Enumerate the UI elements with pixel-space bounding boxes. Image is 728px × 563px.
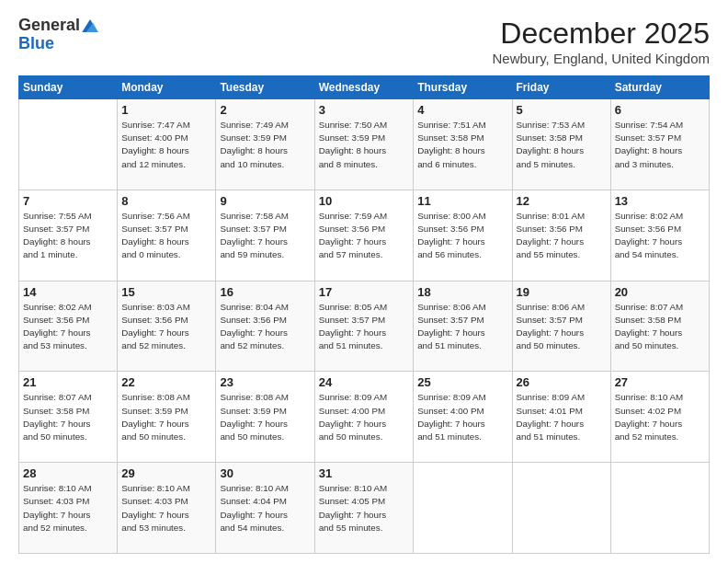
day-number: 26 xyxy=(517,375,607,389)
calendar-cell: 20Sunrise: 8:07 AMSunset: 3:58 PMDayligh… xyxy=(610,281,709,372)
calendar-cell: 31Sunrise: 8:10 AMSunset: 4:05 PMDayligh… xyxy=(314,463,414,554)
calendar-cell: 10Sunrise: 7:59 AMSunset: 3:56 PMDayligh… xyxy=(314,190,414,281)
month-year: December 2025 xyxy=(492,17,710,51)
day-number: 28 xyxy=(23,466,113,480)
location: Newbury, England, United Kingdom xyxy=(492,51,710,66)
weekday-header: Friday xyxy=(512,76,610,99)
day-number: 31 xyxy=(319,466,410,480)
day-info: Sunrise: 7:55 AMSunset: 3:57 PMDaylight:… xyxy=(23,210,113,262)
day-info: Sunrise: 7:49 AMSunset: 3:59 PMDaylight:… xyxy=(220,119,310,171)
day-number: 27 xyxy=(615,375,705,389)
calendar-cell xyxy=(610,463,709,554)
day-number: 17 xyxy=(319,285,410,299)
logo-icon xyxy=(82,19,98,32)
calendar-cell: 27Sunrise: 8:10 AMSunset: 4:02 PMDayligh… xyxy=(610,372,709,463)
title-block: December 2025 Newbury, England, United K… xyxy=(492,17,710,66)
day-number: 25 xyxy=(417,375,507,389)
day-number: 2 xyxy=(220,103,310,117)
logo: General Blue xyxy=(18,17,98,53)
day-number: 20 xyxy=(615,285,705,299)
day-number: 8 xyxy=(121,194,211,208)
calendar-cell: 22Sunrise: 8:08 AMSunset: 3:59 PMDayligh… xyxy=(118,372,216,463)
day-info: Sunrise: 7:51 AMSunset: 3:58 PMDaylight:… xyxy=(417,119,507,171)
day-info: Sunrise: 8:09 AMSunset: 4:00 PMDaylight:… xyxy=(417,391,507,443)
day-info: Sunrise: 7:47 AMSunset: 4:00 PMDaylight:… xyxy=(121,119,211,171)
calendar-cell xyxy=(512,463,610,554)
weekday-header: Thursday xyxy=(414,76,512,99)
day-number: 18 xyxy=(417,285,507,299)
day-number: 5 xyxy=(517,103,607,117)
day-number: 10 xyxy=(319,194,410,208)
day-number: 12 xyxy=(517,194,607,208)
calendar-cell: 24Sunrise: 8:09 AMSunset: 4:00 PMDayligh… xyxy=(314,372,414,463)
calendar-cell: 15Sunrise: 8:03 AMSunset: 3:56 PMDayligh… xyxy=(118,281,216,372)
day-info: Sunrise: 7:58 AMSunset: 3:57 PMDaylight:… xyxy=(220,210,310,262)
day-info: Sunrise: 8:10 AMSunset: 4:04 PMDaylight:… xyxy=(220,482,310,534)
calendar-cell: 29Sunrise: 8:10 AMSunset: 4:03 PMDayligh… xyxy=(118,463,216,554)
weekday-header: Sunday xyxy=(19,76,118,99)
day-number: 16 xyxy=(220,285,310,299)
day-info: Sunrise: 7:53 AMSunset: 3:58 PMDaylight:… xyxy=(517,119,607,171)
day-number: 23 xyxy=(220,375,310,389)
header: General Blue December 2025 Newbury, Engl… xyxy=(18,17,710,66)
calendar-cell: 23Sunrise: 8:08 AMSunset: 3:59 PMDayligh… xyxy=(216,372,314,463)
day-info: Sunrise: 8:09 AMSunset: 4:00 PMDaylight:… xyxy=(319,391,410,443)
day-info: Sunrise: 7:56 AMSunset: 3:57 PMDaylight:… xyxy=(121,210,211,262)
day-number: 11 xyxy=(417,194,507,208)
calendar-cell xyxy=(19,99,118,190)
calendar-cell: 26Sunrise: 8:09 AMSunset: 4:01 PMDayligh… xyxy=(512,372,610,463)
day-number: 14 xyxy=(23,285,113,299)
calendar-week-row: 21Sunrise: 8:07 AMSunset: 3:58 PMDayligh… xyxy=(19,372,710,463)
calendar-cell: 28Sunrise: 8:10 AMSunset: 4:03 PMDayligh… xyxy=(19,463,118,554)
day-info: Sunrise: 8:02 AMSunset: 3:56 PMDaylight:… xyxy=(23,301,113,353)
day-number: 24 xyxy=(319,375,410,389)
calendar-table: SundayMondayTuesdayWednesdayThursdayFrid… xyxy=(18,75,710,554)
day-info: Sunrise: 8:03 AMSunset: 3:56 PMDaylight:… xyxy=(121,301,211,353)
calendar-cell: 30Sunrise: 8:10 AMSunset: 4:04 PMDayligh… xyxy=(216,463,314,554)
day-info: Sunrise: 8:07 AMSunset: 3:58 PMDaylight:… xyxy=(23,391,113,443)
day-number: 4 xyxy=(417,103,507,117)
calendar-cell: 4Sunrise: 7:51 AMSunset: 3:58 PMDaylight… xyxy=(414,99,512,190)
day-number: 29 xyxy=(121,466,211,480)
calendar-header-row: SundayMondayTuesdayWednesdayThursdayFrid… xyxy=(19,76,710,99)
day-info: Sunrise: 7:50 AMSunset: 3:59 PMDaylight:… xyxy=(319,119,410,171)
calendar-cell: 8Sunrise: 7:56 AMSunset: 3:57 PMDaylight… xyxy=(118,190,216,281)
day-info: Sunrise: 8:07 AMSunset: 3:58 PMDaylight:… xyxy=(615,301,705,353)
weekday-header: Monday xyxy=(118,76,216,99)
day-info: Sunrise: 7:59 AMSunset: 3:56 PMDaylight:… xyxy=(319,210,410,262)
calendar-cell: 9Sunrise: 7:58 AMSunset: 3:57 PMDaylight… xyxy=(216,190,314,281)
day-info: Sunrise: 8:00 AMSunset: 3:56 PMDaylight:… xyxy=(417,210,507,262)
day-number: 15 xyxy=(121,285,211,299)
day-info: Sunrise: 8:09 AMSunset: 4:01 PMDaylight:… xyxy=(517,391,607,443)
day-number: 21 xyxy=(23,375,113,389)
calendar-cell: 14Sunrise: 8:02 AMSunset: 3:56 PMDayligh… xyxy=(19,281,118,372)
calendar-cell: 6Sunrise: 7:54 AMSunset: 3:57 PMDaylight… xyxy=(610,99,709,190)
calendar-cell: 18Sunrise: 8:06 AMSunset: 3:57 PMDayligh… xyxy=(414,281,512,372)
day-number: 3 xyxy=(319,103,410,117)
calendar-cell: 11Sunrise: 8:00 AMSunset: 3:56 PMDayligh… xyxy=(414,190,512,281)
calendar-cell: 16Sunrise: 8:04 AMSunset: 3:56 PMDayligh… xyxy=(216,281,314,372)
calendar-cell: 17Sunrise: 8:05 AMSunset: 3:57 PMDayligh… xyxy=(314,281,414,372)
day-info: Sunrise: 8:05 AMSunset: 3:57 PMDaylight:… xyxy=(319,301,410,353)
day-info: Sunrise: 8:10 AMSunset: 4:05 PMDaylight:… xyxy=(319,482,410,534)
day-number: 7 xyxy=(23,194,113,208)
calendar-cell: 7Sunrise: 7:55 AMSunset: 3:57 PMDaylight… xyxy=(19,190,118,281)
day-info: Sunrise: 8:06 AMSunset: 3:57 PMDaylight:… xyxy=(517,301,607,353)
day-info: Sunrise: 8:06 AMSunset: 3:57 PMDaylight:… xyxy=(417,301,507,353)
day-info: Sunrise: 8:08 AMSunset: 3:59 PMDaylight:… xyxy=(121,391,211,443)
calendar-week-row: 1Sunrise: 7:47 AMSunset: 4:00 PMDaylight… xyxy=(19,99,710,190)
calendar-week-row: 7Sunrise: 7:55 AMSunset: 3:57 PMDaylight… xyxy=(19,190,710,281)
weekday-header: Saturday xyxy=(610,76,709,99)
day-info: Sunrise: 8:02 AMSunset: 3:56 PMDaylight:… xyxy=(615,210,705,262)
calendar-cell: 3Sunrise: 7:50 AMSunset: 3:59 PMDaylight… xyxy=(314,99,414,190)
day-number: 30 xyxy=(220,466,310,480)
calendar-cell: 21Sunrise: 8:07 AMSunset: 3:58 PMDayligh… xyxy=(19,372,118,463)
weekday-header: Wednesday xyxy=(314,76,414,99)
calendar-cell: 12Sunrise: 8:01 AMSunset: 3:56 PMDayligh… xyxy=(512,190,610,281)
calendar-cell: 19Sunrise: 8:06 AMSunset: 3:57 PMDayligh… xyxy=(512,281,610,372)
logo-general: General xyxy=(18,17,80,35)
calendar-week-row: 14Sunrise: 8:02 AMSunset: 3:56 PMDayligh… xyxy=(19,281,710,372)
page: General Blue December 2025 Newbury, Engl… xyxy=(0,0,728,563)
weekday-header: Tuesday xyxy=(216,76,314,99)
day-info: Sunrise: 8:08 AMSunset: 3:59 PMDaylight:… xyxy=(220,391,310,443)
